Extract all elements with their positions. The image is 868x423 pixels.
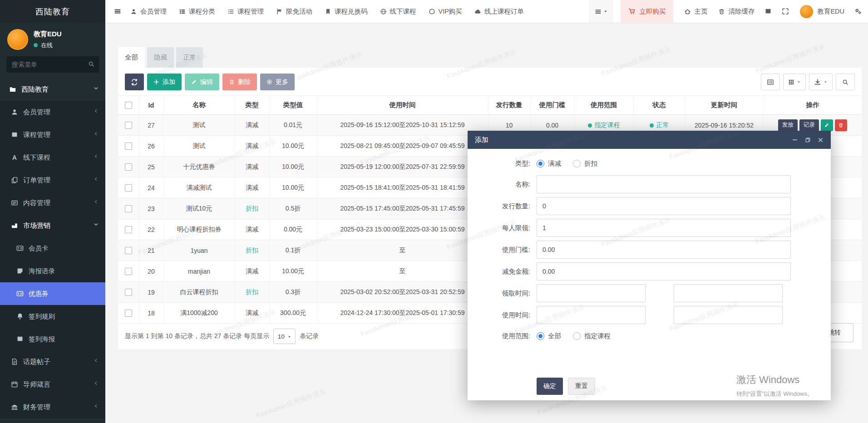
radio-option[interactable]: 折扣 (573, 159, 597, 168)
row-checkbox[interactable] (125, 310, 132, 317)
buy-now-button[interactable]: 立即购买 (621, 0, 673, 23)
sidebar-item[interactable]: 话题帖子 (0, 350, 105, 373)
column-header[interactable]: 名称 (163, 96, 235, 115)
radio-unselected-icon[interactable] (573, 332, 581, 340)
topnav-username[interactable]: 教育EDU (817, 7, 844, 16)
row-checkbox[interactable] (125, 205, 132, 212)
nav-item[interactable]: 线上课程订单 (474, 7, 524, 16)
tab-1[interactable]: 隐藏 (147, 47, 174, 68)
add-button[interactable]: 添加 (147, 74, 182, 90)
nav-item[interactable]: 课程管理 (227, 7, 264, 16)
sidebar-item[interactable]: 市场营销 (0, 214, 105, 237)
sidebar-item[interactable]: 会员卡 (0, 237, 105, 260)
column-header[interactable]: 发行数量 (488, 96, 530, 115)
records-button[interactable]: 记录 (799, 119, 819, 131)
field-input[interactable] (537, 241, 791, 259)
sidebar-item[interactable]: 内容管理 (0, 192, 105, 214)
sidebar-toggle-icon[interactable] (114, 8, 121, 15)
nav-item[interactable]: 线下课程 (380, 7, 416, 16)
sidebar-item[interactable]: 会员管理 (0, 101, 105, 123)
column-header[interactable]: 使用门槛 (530, 96, 574, 115)
sidebar-item[interactable]: 财务管理 (0, 396, 105, 418)
reset-button[interactable]: 重置 (568, 378, 595, 395)
row-checkbox[interactable] (125, 226, 132, 233)
radio-option[interactable]: 满减 (537, 159, 561, 168)
radio-selected-icon[interactable] (537, 332, 544, 340)
row-checkbox[interactable] (125, 143, 132, 150)
detail-view-button[interactable] (761, 74, 780, 90)
range-start-input[interactable] (537, 306, 646, 324)
row-checkbox[interactable] (125, 268, 132, 275)
delete-row-button[interactable] (835, 119, 847, 131)
cell-type-value: 0.1折 (269, 240, 317, 261)
column-header[interactable]: 操作 (763, 96, 862, 115)
radio-option[interactable]: 指定课程 (573, 332, 611, 340)
sidebar-item[interactable]: 课程管理 (0, 123, 105, 146)
sidebar-item-label: 内容管理 (23, 199, 50, 207)
menu-search-input[interactable] (6, 56, 99, 73)
column-header[interactable]: 类型 (235, 96, 269, 115)
row-checkbox[interactable] (125, 184, 132, 192)
settings-cogs-icon[interactable] (854, 8, 862, 15)
nav-item[interactable]: 课程分类 (179, 7, 215, 16)
row-checkbox[interactable] (125, 163, 132, 171)
nav-item[interactable]: 会员管理 (130, 7, 167, 16)
column-header[interactable]: 使用时间 (317, 96, 488, 115)
column-header[interactable]: Id (139, 96, 163, 115)
nav-item[interactable]: VIP购买 (429, 7, 462, 16)
column-header[interactable]: 状态 (633, 96, 685, 115)
nav-item[interactable]: 课程兑换码 (325, 7, 368, 16)
columns-button[interactable] (783, 74, 806, 90)
tab-0[interactable]: 全部 (118, 47, 145, 68)
range-start-input[interactable] (537, 284, 646, 302)
fullscreen-icon[interactable] (782, 8, 789, 15)
column-header[interactable]: 使用范围 (574, 96, 633, 115)
search-toggle-button[interactable] (836, 74, 855, 90)
maximize-icon[interactable] (805, 137, 811, 143)
page-size-dropdown[interactable]: 10 (273, 329, 296, 344)
minimize-icon[interactable] (792, 137, 798, 143)
radio-option[interactable]: 全部 (537, 332, 561, 340)
field-input[interactable] (537, 219, 791, 237)
row-checkbox[interactable] (125, 289, 132, 296)
range-end-input[interactable] (674, 284, 783, 302)
field-input[interactable] (537, 197, 791, 215)
radio-unselected-icon[interactable] (573, 160, 581, 167)
form-row: 每人限领: (477, 219, 813, 237)
close-icon[interactable] (818, 137, 824, 143)
cell-type-value: 0.3折 (269, 282, 317, 303)
sidebar-item[interactable]: 签到海报 (0, 328, 105, 350)
sidebar-item[interactable]: 订单管理 (0, 169, 105, 192)
sidebar-item[interactable]: 导师箴言 (0, 373, 105, 396)
dialog-header[interactable]: 添加 (468, 131, 831, 149)
field-input[interactable] (537, 262, 791, 280)
sidebar-item[interactable]: 线下课程 (0, 146, 105, 169)
delete-button[interactable]: 删除 (222, 74, 257, 90)
more-button[interactable]: 更多 (260, 74, 295, 90)
row-checkbox[interactable] (125, 247, 132, 254)
range-end-input[interactable] (674, 306, 783, 324)
user-avatar[interactable] (800, 5, 813, 18)
sidebar-item[interactable]: 签到规则 (0, 305, 105, 328)
field-input[interactable] (537, 175, 791, 193)
radio-selected-icon[interactable] (537, 160, 544, 167)
edit-button[interactable]: 编辑 (185, 74, 219, 90)
grant-button[interactable]: 发放 (778, 119, 798, 131)
book-icon[interactable] (764, 8, 772, 15)
refresh-button[interactable] (125, 74, 144, 90)
column-header[interactable]: 类型值 (269, 96, 317, 115)
sidebar-item[interactable]: 西陆教育 (0, 78, 105, 101)
sidebar-item[interactable]: 优惠券 (0, 282, 105, 305)
edit-row-button[interactable] (821, 119, 833, 131)
row-checkbox[interactable] (125, 122, 132, 129)
nav-item[interactable]: 限免活动 (276, 7, 312, 16)
export-button[interactable] (809, 74, 833, 90)
confirm-button[interactable]: 确定 (537, 378, 563, 395)
nav-item[interactable]: 清除缓存 (718, 7, 755, 16)
sidebar-item[interactable]: 海报语录 (0, 260, 105, 282)
tab-2[interactable]: 正常 (176, 47, 203, 68)
nav-list-dropdown[interactable] (589, 0, 613, 23)
select-all-checkbox[interactable] (125, 102, 132, 109)
nav-item[interactable]: 主页 (684, 7, 707, 16)
column-header[interactable]: 更新时间 (685, 96, 763, 115)
